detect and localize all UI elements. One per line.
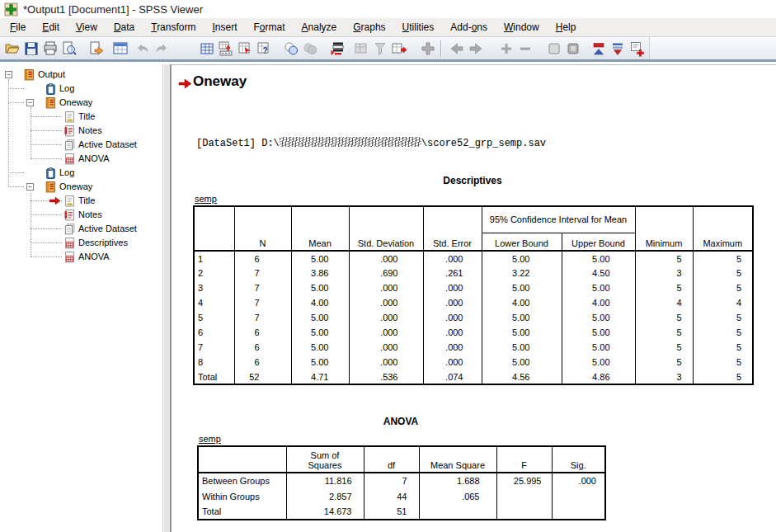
- menu-insert[interactable]: Insert: [204, 18, 245, 36]
- menu-file[interactable]: File: [2, 18, 34, 36]
- anova-table[interactable]: Sum of Squares df Mean Square F Sig. Bet…: [197, 445, 606, 520]
- tree-item-label: ANOVA: [78, 152, 110, 166]
- cell-value: 3.22: [482, 266, 562, 280]
- tree-item-2-oneway[interactable]: −Oneway: [0, 96, 162, 110]
- pane-splitter[interactable]: [162, 64, 171, 532]
- cell-value: 5.00: [291, 310, 349, 325]
- promote-button[interactable]: [589, 39, 608, 58]
- select-last-output-button[interactable]: [418, 39, 437, 58]
- menu-format[interactable]: Format: [246, 18, 294, 36]
- open-file-button[interactable]: [2, 39, 21, 58]
- redo-button[interactable]: [152, 39, 171, 58]
- activate-selection-icon: [353, 40, 369, 57]
- menu-add-ons[interactable]: Add-ons: [442, 18, 496, 36]
- tree-expand-box[interactable]: −: [26, 183, 34, 191]
- hide-button[interactable]: [563, 39, 582, 58]
- menu-view[interactable]: View: [68, 18, 106, 36]
- menu-graphs[interactable]: Graphs: [345, 18, 393, 36]
- menu-data[interactable]: Data: [106, 18, 143, 36]
- activate-selection-button[interactable]: [351, 39, 370, 58]
- pivot-table-button[interactable]: [197, 39, 216, 58]
- print-preview-button[interactable]: [59, 39, 78, 58]
- cell-value: 5: [693, 325, 753, 340]
- tree-expand-box[interactable]: −: [26, 99, 34, 106]
- save-file-button[interactable]: [21, 39, 40, 58]
- goto-data-editor-button[interactable]: [111, 39, 129, 58]
- export-output-button[interactable]: [87, 39, 106, 58]
- demote-button[interactable]: [608, 39, 627, 58]
- cell-value: 7: [234, 310, 291, 325]
- run-syntax-button[interactable]: [327, 39, 346, 58]
- cell-value: 5: [693, 355, 753, 370]
- print-button[interactable]: [40, 39, 59, 58]
- tree-item-11-active-dataset[interactable]: Active Dataset: [0, 222, 162, 236]
- desc-col-stderr: Std. Error: [423, 206, 482, 251]
- tree-item-6-anova[interactable]: ANOVA: [0, 152, 162, 166]
- output-pane[interactable]: Oneway [DataSet1] D:\\score52_grp_semp.s…: [171, 64, 776, 532]
- menu-help[interactable]: Help: [548, 18, 585, 36]
- outline-pane[interactable]: −OutputLog−OnewayTitleNotesActive Datase…: [0, 64, 162, 532]
- cell-value: .065: [419, 488, 496, 504]
- insert-heading-button[interactable]: [627, 39, 646, 58]
- show-icon: [546, 40, 562, 57]
- notes-tree-icon: [63, 125, 76, 137]
- use-variable-sets-button[interactable]: [300, 39, 319, 58]
- tree-item-3-title[interactable]: Title: [0, 110, 162, 124]
- go-forward-button[interactable]: [466, 39, 485, 58]
- cell-value: .000: [423, 355, 482, 370]
- dataset-path-line: [DataSet1] D:\\score52_grp_semp.sav: [196, 137, 546, 149]
- tree-expand-box[interactable]: −: [5, 71, 12, 78]
- dataset-tree-icon: [63, 223, 76, 235]
- descriptives-table[interactable]: N Mean Std. Deviation Std. Error 95% Con…: [193, 205, 754, 385]
- tree-item-1-log[interactable]: Log: [0, 82, 162, 96]
- toolbar-empty-area: [649, 37, 776, 59]
- desc-col-lower: Lower Bound: [482, 233, 562, 251]
- tree-item-7-log[interactable]: Log: [0, 166, 162, 180]
- menu-analyze[interactable]: Analyze: [294, 18, 346, 36]
- tree-item-0-output[interactable]: −Output: [0, 68, 162, 82]
- undo-button[interactable]: [133, 39, 152, 58]
- anova-col-sig: Sig.: [552, 446, 605, 473]
- tree-item-10-notes[interactable]: Notes: [0, 208, 162, 222]
- collapse-button[interactable]: [515, 39, 534, 58]
- cell-value: 44: [364, 488, 419, 504]
- desc-col-stddev: Std. Deviation: [349, 206, 423, 251]
- filter-button[interactable]: [370, 39, 389, 58]
- hide-icon: [565, 40, 581, 57]
- cell-value: 5.00: [291, 355, 349, 370]
- cell-value: 6: [234, 340, 291, 355]
- menu-edit[interactable]: Edit: [34, 18, 68, 36]
- menu-transform[interactable]: Transform: [143, 18, 204, 36]
- anova-corner-cell: [198, 446, 286, 473]
- menu-window[interactable]: Window: [496, 18, 548, 36]
- tree-item-4-notes[interactable]: Notes: [0, 124, 162, 138]
- tree-item-12-descriptives[interactable]: Descriptives: [0, 236, 162, 250]
- tree-item-label: Active Dataset: [78, 138, 137, 152]
- tree-item-8-oneway[interactable]: −Oneway: [0, 180, 162, 194]
- descriptives-row: 375.00.000.0005.005.0055: [194, 280, 753, 295]
- cell-value: 4.50: [562, 266, 635, 280]
- tree-item-9-title[interactable]: Title: [0, 194, 162, 208]
- cell-value: 5: [693, 340, 753, 355]
- tree-selected-arrow-icon: [49, 196, 61, 205]
- cell-value: .000: [349, 355, 423, 370]
- cell-value: 5: [635, 280, 693, 295]
- book-tree-icon: [45, 181, 57, 193]
- variables-button[interactable]: ?: [254, 39, 273, 58]
- goto-case-button[interactable]: [235, 39, 254, 58]
- cell-value: 5.00: [291, 325, 349, 340]
- expand-button[interactable]: [496, 39, 515, 58]
- find-button[interactable]: [281, 39, 300, 58]
- cell-value: 11.816: [286, 473, 364, 488]
- tree-item-5-active-dataset[interactable]: Active Dataset: [0, 138, 162, 152]
- cell-value: .000: [423, 295, 482, 310]
- go-back-button[interactable]: [447, 39, 466, 58]
- cell-value: 6: [234, 325, 291, 340]
- show-button[interactable]: [544, 39, 563, 58]
- menu-utilities[interactable]: Utilities: [394, 18, 443, 36]
- current-item-arrow-icon: [178, 78, 192, 90]
- insert-table-button[interactable]: [389, 39, 408, 58]
- cell-value: .000: [423, 340, 482, 355]
- tree-item-13-anova[interactable]: ANOVA: [0, 250, 162, 264]
- goto-data-button[interactable]: [216, 39, 235, 58]
